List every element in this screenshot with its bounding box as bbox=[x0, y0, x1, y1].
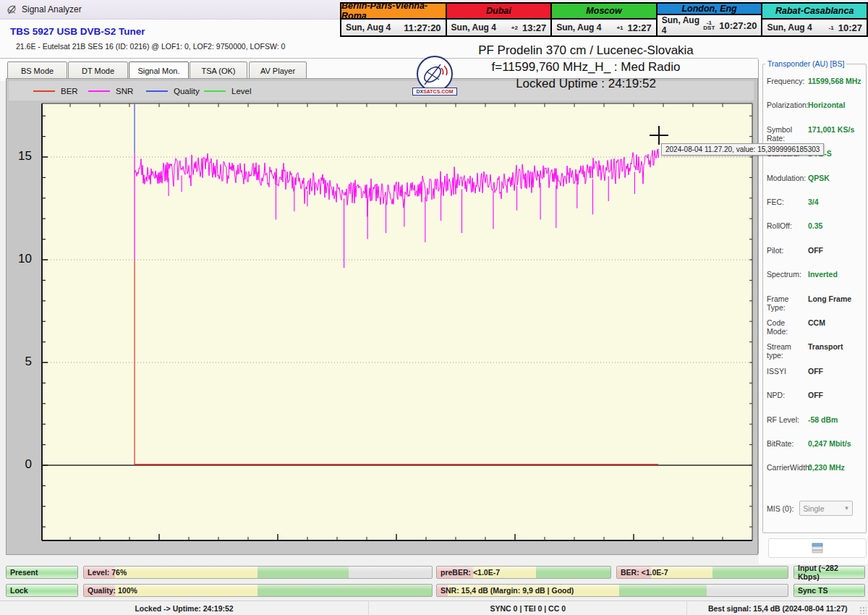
app-icon bbox=[7, 4, 18, 15]
transponder-row-carrierwidth-: CarrierWidth:0,230 MHz bbox=[767, 463, 864, 472]
clock-date: Sun, Aug 4 bbox=[346, 22, 391, 33]
mis-label: MIS (0): bbox=[767, 504, 793, 513]
clock-city: Rabat-Casablanca bbox=[762, 4, 867, 20]
transponder-row-symbol-rate-: Symbol Rate:171,001 KS/s bbox=[767, 125, 864, 143]
legend-item-level: Level bbox=[204, 81, 252, 101]
transponder-row-modulation-: Modulation:QPSK bbox=[767, 174, 864, 182]
clock-utc-offset: -1DST bbox=[703, 20, 715, 30]
clock-date: Sun, Aug 4 bbox=[451, 22, 496, 33]
transponder-row-fec-: FEC:3/4 bbox=[767, 198, 864, 206]
world-clocks: Berlin-Paris-Vienna-RomaSun, Aug 411:27:… bbox=[340, 2, 868, 37]
transponder-row-spectrum-: Spectrum:Inverted bbox=[767, 270, 864, 279]
legend-line-swatch bbox=[146, 90, 168, 92]
indicator-sync-ts: Sync TS bbox=[793, 584, 865, 597]
transponder-row-issyi: ISSYIOFF bbox=[767, 367, 864, 376]
clock-utc-offset: -1 bbox=[829, 25, 834, 30]
clock-time: 13:27 bbox=[522, 22, 546, 33]
resize-grip[interactable] bbox=[859, 606, 867, 614]
legend-line-swatch bbox=[204, 90, 226, 92]
tab-signal-mon-[interactable]: Signal Mon. bbox=[129, 62, 189, 80]
indicator-lock: Lock bbox=[6, 584, 78, 597]
mis-dropdown[interactable]: Single▼ bbox=[799, 501, 853, 516]
clock-utc-offset: +2 bbox=[511, 25, 518, 30]
clock-moscow: MoscowSun, Aug 4+112:27 bbox=[550, 2, 658, 37]
transponder-row-pilot-: Pilot:OFF bbox=[767, 246, 864, 255]
clock-berlin-paris-vienna-roma: Berlin-Paris-Vienna-RomaSun, Aug 411:27:… bbox=[340, 2, 447, 37]
transponder-row-rolloff-: RollOff:0.35 bbox=[767, 221, 864, 230]
clock-time: 10:27 bbox=[838, 22, 862, 33]
status-bar: Locked -> Uptime: 24:19:52 SYNC 0 | TEI … bbox=[0, 601, 868, 615]
clock-date: Sun, Aug 4 bbox=[767, 22, 812, 33]
legend-item-snr: SNR bbox=[88, 81, 133, 101]
clock-time: 11:27:20 bbox=[404, 22, 441, 33]
y-tick-label: 5 bbox=[10, 355, 32, 369]
clock-time: 10:27:20 bbox=[719, 20, 757, 31]
clock-city: London, Eng bbox=[658, 4, 762, 15]
transponder-row-code-mode-: Code Mode:CCM bbox=[767, 318, 864, 336]
tab-av-player[interactable]: AV Player bbox=[249, 62, 307, 80]
divider bbox=[0, 58, 758, 59]
chevron-down-icon: ▼ bbox=[843, 505, 849, 512]
transponder-row-npd-: NPD:OFF bbox=[767, 391, 864, 399]
y-tick-label: 15 bbox=[10, 149, 32, 164]
status-uptime: Locked -> Uptime: 24:19:52 bbox=[0, 601, 369, 615]
transponder-row-frame-type-: Frame Type:Long Frame bbox=[767, 294, 864, 312]
clock-date: Sun, Aug 4 bbox=[662, 15, 704, 35]
transponder-row-stream-type-: Stream type:Transport bbox=[767, 342, 864, 360]
y-tick-label: 0 bbox=[10, 457, 32, 472]
transponder-row-rf-level-: RF Level:-58 dBm bbox=[767, 415, 864, 424]
crosshair-cursor bbox=[658, 126, 660, 145]
tab-tsa-ok-[interactable]: TSA (OK) bbox=[190, 62, 247, 80]
legend-line-swatch bbox=[33, 90, 55, 92]
legend-line-swatch bbox=[88, 90, 110, 92]
tuner-details: 21.6E - Eutelsat 21B SES 16 (ID: 0216) @… bbox=[16, 42, 285, 51]
indicator-present: Present bbox=[6, 566, 78, 579]
tab-bs-mode[interactable]: BS Mode bbox=[7, 62, 67, 80]
stream-list-button[interactable] bbox=[768, 538, 867, 558]
status-sync: SYNC 0 | TEI 0 | CC 0 bbox=[369, 601, 687, 615]
indicator-input: Input (~282 Kbps) bbox=[793, 566, 865, 579]
meter-ber: BER: <1.0E-7 bbox=[616, 566, 788, 579]
list-icon bbox=[811, 543, 824, 554]
dxsatcs-logo: DXSATCS.COM bbox=[412, 56, 457, 98]
clock-dubai: DubaiSun, Aug 4+213:27 bbox=[446, 2, 553, 37]
status-best-signal: Best signal: 15,4 dB (2024-08-04 11:27) bbox=[687, 601, 868, 615]
meter-quality: Quality: 100% bbox=[83, 584, 433, 597]
signal-chart[interactable] bbox=[6, 78, 757, 554]
window-title: Signal Analyzer bbox=[22, 4, 82, 14]
legend-item-ber: BER bbox=[33, 81, 78, 101]
meter-preber: preBER: <1.0E-7 bbox=[436, 566, 611, 579]
clock-time: 12:27 bbox=[628, 22, 652, 33]
transponder-row-bitrate-: BitRate:0,247 Mbit/s bbox=[767, 439, 864, 448]
clock-date: Sun, Aug 4 bbox=[556, 22, 601, 33]
clock-city: Berlin-Paris-Vienna-Roma bbox=[341, 4, 446, 20]
chart-tooltip: 2024-08-04 11.27.20, value: 15,399999618… bbox=[661, 143, 824, 156]
clock-city: Dubai bbox=[447, 4, 551, 20]
y-tick-label: 10 bbox=[10, 252, 32, 266]
transponder-row-polarization-: Polarization:Horizontal bbox=[767, 101, 864, 109]
satellite-dish-icon bbox=[418, 57, 451, 90]
clock-city: Moscow bbox=[552, 4, 656, 20]
tab-dt-mode[interactable]: DT Mode bbox=[68, 62, 128, 80]
tuner-title: TBS 5927 USB DVB-S2 Tuner bbox=[10, 26, 145, 37]
clock-london-eng: London, EngSun, Aug 4-1DST10:27:20 bbox=[656, 2, 763, 37]
clock-rabat-casablanca: Rabat-CasablancaSun, Aug 4-110:27 bbox=[761, 2, 868, 37]
meter-snr: SNR: 15,4 dB (Margin: 9,9 dB | Good) bbox=[436, 584, 788, 597]
legend-item-quality: Quality bbox=[146, 81, 200, 101]
clock-utc-offset: +1 bbox=[616, 25, 623, 30]
meter-level: Level: 76% bbox=[83, 566, 433, 579]
